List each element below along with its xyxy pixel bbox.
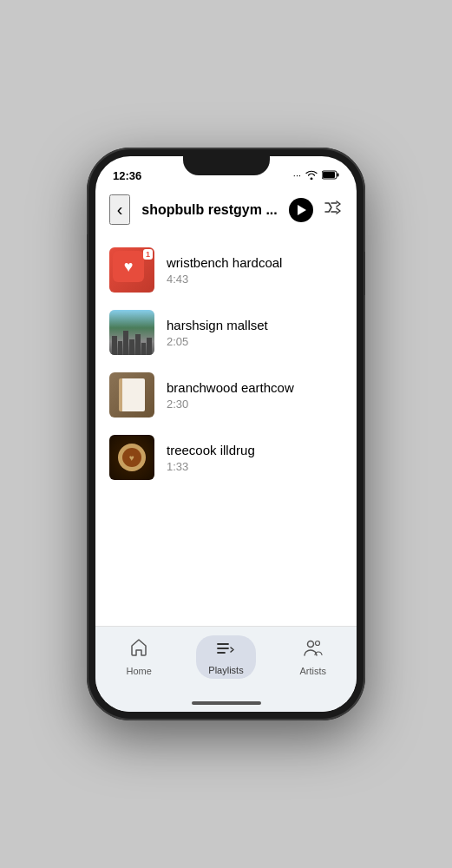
track-info-3: branchwood earthcow 2:30 bbox=[167, 380, 343, 411]
wifi-icon bbox=[305, 170, 318, 181]
home-indicator-area bbox=[95, 696, 357, 712]
heart-thumbnail: ♥ 1 bbox=[109, 247, 154, 293]
notch bbox=[183, 156, 270, 175]
nav-active-background: Playlists bbox=[196, 635, 255, 679]
track-name-4: treecook illdrug bbox=[167, 443, 343, 457]
header: ‹ shopbulb restgym ... bbox=[95, 187, 357, 232]
track-name-3: branchwood earthcow bbox=[167, 380, 343, 395]
nav-item-artists[interactable]: Artists bbox=[270, 638, 357, 676]
heart-badge: ♥ bbox=[113, 251, 144, 282]
track-info-1: wristbench hardcoal 4:43 bbox=[167, 255, 343, 286]
nav-label-home: Home bbox=[126, 666, 151, 676]
city-buildings bbox=[109, 331, 154, 355]
track-list: ♥ 1 wristbench hardcoal 4:43 bbox=[95, 232, 357, 626]
track-duration-2: 2:05 bbox=[167, 335, 343, 348]
side-button-right bbox=[364, 252, 365, 295]
heart-icon: ♥ bbox=[124, 258, 134, 276]
track-thumbnail-3 bbox=[109, 372, 154, 418]
notebook-shape bbox=[119, 378, 145, 411]
track-thumbnail-1: ♥ 1 bbox=[109, 247, 154, 293]
side-button-left bbox=[87, 234, 88, 260]
phone-frame: 12:36 ··· bbox=[87, 148, 365, 720]
track-item[interactable]: ♥ 1 wristbench hardcoal 4:43 bbox=[95, 239, 357, 301]
building bbox=[141, 343, 147, 355]
track-item[interactable]: harshsign mallset 2:05 bbox=[95, 301, 357, 364]
back-button[interactable]: ‹ bbox=[109, 194, 130, 225]
shuffle-button[interactable] bbox=[324, 201, 343, 219]
track-duration-1: 4:43 bbox=[167, 273, 343, 286]
nav-item-playlists[interactable]: Playlists bbox=[182, 635, 269, 679]
status-icons: ··· bbox=[293, 170, 339, 181]
track-item[interactable]: treecook illdrug 1:33 bbox=[95, 426, 357, 489]
track-info-4: treecook illdrug 1:33 bbox=[167, 443, 343, 473]
track-name-1: wristbench hardcoal bbox=[167, 255, 343, 270]
coffee-latte-art bbox=[122, 448, 141, 467]
building bbox=[112, 336, 117, 355]
header-actions bbox=[289, 198, 343, 222]
svg-rect-2 bbox=[323, 172, 335, 178]
svg-point-7 bbox=[315, 641, 319, 646]
track-name-2: harshsign mallset bbox=[167, 318, 343, 332]
nav-item-home[interactable]: Home bbox=[95, 638, 182, 676]
home-icon bbox=[129, 638, 148, 662]
track-info-2: harshsign mallset 2:05 bbox=[167, 318, 343, 348]
building bbox=[123, 331, 128, 355]
artists-icon bbox=[303, 638, 324, 662]
building bbox=[147, 338, 152, 355]
bottom-nav: Home Playlists bbox=[95, 626, 357, 696]
track-duration-3: 2:30 bbox=[167, 398, 343, 411]
coffee-thumbnail bbox=[109, 435, 154, 480]
nav-label-playlists: Playlists bbox=[208, 665, 243, 675]
play-icon bbox=[298, 205, 306, 215]
play-button[interactable] bbox=[289, 198, 313, 222]
track-thumbnail-2 bbox=[109, 310, 154, 355]
svg-rect-1 bbox=[337, 173, 339, 176]
badge-count: 1 bbox=[143, 249, 153, 260]
svg-point-6 bbox=[307, 641, 313, 648]
coffee-cup bbox=[118, 444, 146, 471]
track-item[interactable]: branchwood earthcow 2:30 bbox=[95, 364, 357, 426]
building bbox=[118, 341, 123, 355]
building bbox=[135, 334, 141, 355]
playlists-icon bbox=[216, 639, 235, 663]
home-indicator-bar bbox=[192, 701, 261, 705]
notebook-thumbnail bbox=[109, 372, 154, 418]
page-title: shopbulb restgym ... bbox=[137, 202, 282, 218]
building bbox=[129, 339, 134, 355]
track-thumbnail-4 bbox=[109, 435, 154, 480]
status-time: 12:36 bbox=[113, 169, 141, 182]
nav-label-artists: Artists bbox=[300, 666, 327, 676]
signal-icon: ··· bbox=[293, 170, 301, 181]
battery-icon bbox=[322, 170, 339, 181]
track-duration-4: 1:33 bbox=[167, 460, 343, 473]
city-thumbnail bbox=[109, 310, 154, 355]
phone-screen: 12:36 ··· bbox=[95, 156, 357, 712]
